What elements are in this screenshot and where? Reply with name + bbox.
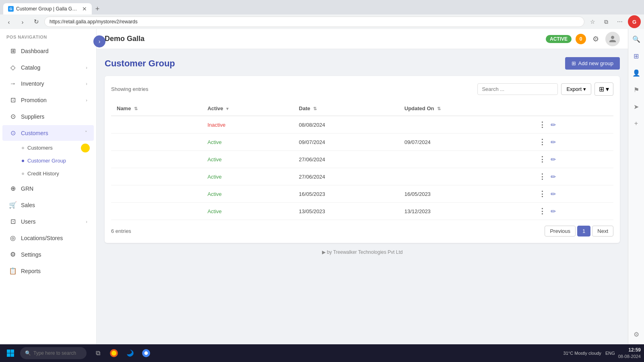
menu-icon[interactable]: ⋯: [614, 16, 625, 27]
col-updated-on[interactable]: Updated On ⇅: [399, 101, 533, 116]
right-sidebar: 🔍 ⊞ 👤 ⚑ ➤ + ⚙: [628, 29, 644, 344]
firefox-app[interactable]: [107, 346, 121, 360]
close-tab-icon[interactable]: ✕: [82, 6, 87, 12]
search-icon[interactable]: 🔍: [630, 33, 642, 45]
users-icon: ⊡: [9, 218, 17, 225]
address-bar[interactable]: https://retail.galla.app/mystorev2/rewar…: [44, 16, 584, 27]
toggle-dropdown-icon: ▾: [606, 85, 609, 93]
sidebar-item-inventory[interactable]: → Inventory ›: [2, 76, 94, 91]
previous-button[interactable]: Previous: [545, 226, 576, 237]
next-button[interactable]: Next: [592, 226, 613, 237]
sidebar-item-reports[interactable]: 📋 Reports: [2, 263, 94, 279]
sidebar-item-credit-history[interactable]: Credit History: [15, 167, 94, 180]
page-1-button[interactable]: 1: [577, 226, 590, 237]
sidebar-item-dashboard[interactable]: ⊞ Dashboard: [2, 43, 94, 59]
edit-icon-1[interactable]: ✏: [551, 138, 556, 146]
cell-date-1: 09/07/2024: [293, 134, 399, 151]
col-active[interactable]: Active ▾: [202, 101, 293, 116]
edit-icon-5[interactable]: ✏: [551, 208, 556, 215]
taskbar-search[interactable]: 🔍: [20, 347, 87, 359]
sidebar-item-settings[interactable]: ⚙ Settings: [2, 247, 94, 262]
extensions-icon[interactable]: ⧉: [601, 16, 612, 27]
forward-button[interactable]: ›: [17, 16, 28, 27]
action-dots-0[interactable]: ⋮: [539, 120, 546, 129]
sidebar-item-grn[interactable]: ⊕ GRN: [2, 181, 94, 196]
chrome-app[interactable]: [139, 346, 153, 360]
svg-rect-1: [11, 350, 14, 353]
powered-by-arrow: ▶: [322, 249, 326, 255]
grid-view-icon[interactable]: ⊞: [630, 50, 642, 62]
sidebar-item-suppliers[interactable]: ⊙ Suppliers: [2, 109, 94, 124]
bookmark-icon[interactable]: ☆: [587, 16, 598, 27]
browser-chrome: G Customer Group | Galla GST - In... ✕ +…: [0, 0, 644, 29]
action-dots-4[interactable]: ⋮: [539, 189, 546, 198]
export-label: Export: [566, 86, 582, 92]
taskbar-search-input[interactable]: [33, 350, 82, 356]
table-row: Active 16/05/2023 16/05/2023 ⋮ ✏: [111, 185, 613, 203]
bottom-settings-icon[interactable]: ⚙: [630, 328, 642, 340]
cell-active-1: Active: [202, 134, 293, 151]
weather-text: 31°C Mostly cloudy: [564, 351, 601, 356]
active-badge: ACTIVE: [546, 35, 572, 43]
add-new-group-button[interactable]: ⊞ Add new group: [565, 57, 620, 70]
refresh-button[interactable]: ↻: [31, 16, 42, 27]
sidebar-item-locations[interactable]: ◎ Locations/Stores: [2, 230, 94, 246]
sidebar-item-catalog[interactable]: ◇ Catalog ›: [2, 60, 94, 75]
coin-badge: 0: [576, 34, 586, 44]
export-button[interactable]: Export ▾: [561, 83, 591, 95]
customers-icon: ⊙: [9, 129, 17, 137]
cell-active-2: Active: [202, 151, 293, 168]
sub-label-customers: Customers: [27, 145, 53, 151]
plus-icon[interactable]: +: [630, 117, 642, 130]
tab-title: Customer Group | Galla GST - In...: [16, 6, 78, 12]
search-input[interactable]: [477, 83, 558, 95]
table-row: Active 13/05/2023 13/12/2023 ⋮ ✏: [111, 203, 613, 220]
cell-date-3: 27/06/2024: [293, 168, 399, 185]
flag-icon[interactable]: ⚑: [630, 84, 642, 96]
edit-icon-2[interactable]: ✏: [551, 156, 556, 163]
sidebar-item-customers[interactable]: ⊙ Customers ˅: [2, 125, 94, 141]
col-date[interactable]: Date ⇅: [293, 101, 399, 116]
windows-start-button[interactable]: [3, 346, 18, 360]
edit-icon-4[interactable]: ✏: [551, 190, 556, 198]
toolbar-right: Export ▾ ⊞ ▾: [477, 82, 613, 96]
svg-point-5: [111, 351, 116, 356]
col-name[interactable]: Name ⇅: [111, 101, 202, 116]
sort-date-icon: ⇅: [313, 106, 317, 111]
action-dots-2[interactable]: ⋮: [539, 155, 546, 164]
sidebar-item-users[interactable]: ⊡ Users ›: [2, 214, 94, 229]
send-icon[interactable]: ➤: [630, 101, 642, 113]
sidebar-item-customers-list[interactable]: Customers: [15, 142, 94, 154]
add-btn-label: Add new group: [578, 60, 613, 66]
active-tab[interactable]: G Customer Group | Galla GST - In... ✕: [3, 3, 92, 14]
sidebar-item-promotion[interactable]: ⊡ Promotion ›: [2, 92, 94, 108]
action-dots-1[interactable]: ⋮: [539, 138, 546, 146]
edge-app[interactable]: [123, 346, 137, 360]
cell-date-5: 13/05/2023: [293, 203, 399, 220]
user-icon[interactable]: 👤: [630, 67, 642, 79]
sidebar-item-sales[interactable]: 🛒 Sales: [2, 197, 94, 213]
cell-active-4: Active: [202, 185, 293, 203]
header-settings-button[interactable]: ⚙: [590, 33, 601, 45]
cell-name-4: [111, 185, 202, 203]
edit-icon-0[interactable]: ✏: [551, 121, 556, 129]
table-toolbar: Showing entries Export ▾ ⊞ ▾: [111, 82, 613, 96]
action-dots-5[interactable]: ⋮: [539, 207, 546, 216]
grn-icon: ⊕: [9, 185, 17, 192]
sidebar-toggle-button[interactable]: ›: [93, 35, 105, 47]
task-view-button[interactable]: ⧉: [91, 346, 105, 360]
add-icon: ⊞: [572, 60, 576, 66]
profile-avatar[interactable]: G: [628, 15, 641, 28]
action-dots-3[interactable]: ⋮: [539, 172, 546, 181]
back-button[interactable]: ‹: [3, 16, 14, 27]
inventory-icon: →: [9, 80, 17, 87]
edit-icon-3[interactable]: ✏: [551, 173, 556, 181]
view-toggle-button[interactable]: ⊞ ▾: [594, 82, 613, 96]
new-tab-button[interactable]: +: [92, 3, 103, 14]
cell-active-0: Inactive: [202, 116, 293, 134]
user-avatar[interactable]: [605, 32, 620, 46]
customers-submenu: Customers Customer Group Credit History: [13, 141, 96, 180]
cell-updated-1: 09/07/2024: [399, 134, 533, 151]
sidebar-item-customer-group[interactable]: Customer Group: [15, 154, 94, 167]
export-dropdown-icon: ▾: [583, 86, 586, 92]
